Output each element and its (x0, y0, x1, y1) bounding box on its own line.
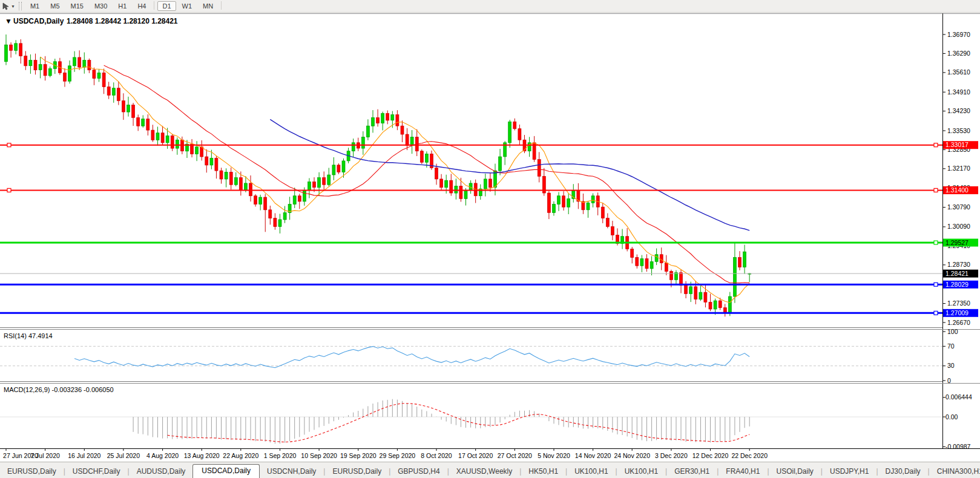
svg-text:1.29527: 1.29527 (945, 239, 968, 246)
line-drag-handle[interactable] (934, 283, 938, 286)
date-axis-tick: 27 Oct 2020 (498, 452, 532, 459)
chart-canvas[interactable]: 10070300 0.0064440.00-0.00987 1.369701.3… (0, 12, 980, 462)
timeframe-button-m30[interactable]: M30 (90, 1, 112, 11)
price-level-line-1.27009[interactable] (0, 311, 942, 315)
chart-tab-usdjpy-h1[interactable]: USDJPY,H1 (823, 465, 876, 478)
date-axis-tick: 22 Dec 2020 (731, 452, 768, 459)
macd-histogram (133, 399, 749, 444)
macd-axis-tick: -0.00987 (945, 443, 971, 450)
toolbar-separator (221, 1, 222, 10)
timeframe-button-m5[interactable]: M5 (45, 1, 64, 11)
chart-tab-china300-h1[interactable]: CHINA300,H1 (930, 465, 980, 478)
date-axis-tick: 16 Jul 2020 (68, 452, 100, 459)
timeframe-button-d1[interactable]: D1 (157, 1, 176, 11)
chart-tab-dj30-daily[interactable]: DJ30,Daily (878, 465, 928, 478)
chart-tab-gbpusd-h4[interactable]: GBPUSD,H4 (390, 465, 447, 478)
rsi-indicator-panel[interactable]: 10070300 (0, 328, 958, 384)
chart-tab-xauusd-weekly[interactable]: XAUUSD,Weekly (449, 465, 519, 478)
svg-text:1.28421: 1.28421 (945, 270, 968, 277)
line-drag-handle[interactable] (7, 143, 11, 147)
date-axis-tick: 25 Jul 2020 (107, 452, 140, 459)
toolbar-separator (154, 1, 154, 10)
svg-text:1.27009: 1.27009 (945, 309, 968, 316)
rsi-line (74, 347, 749, 368)
date-axis-tick: 5 Nov 2020 (538, 452, 570, 459)
cursor-icon (2, 2, 10, 10)
rsi-axis-tick: 0 (947, 377, 951, 384)
chart-tab-usdcnh-daily[interactable]: USDCNH,Daily (260, 465, 323, 478)
chart-tab-hk50-h1[interactable]: HK50,H1 (521, 465, 565, 478)
macd-label: MACD(12,26,9) -0.003236 -0.006050 (4, 386, 114, 393)
date-axis-tick: 10 Sep 2020 (301, 452, 337, 459)
date-axis-tick: 8 Oct 2020 (421, 452, 452, 459)
main-price-panel[interactable] (0, 34, 942, 316)
timeframe-button-m1[interactable]: M1 (25, 1, 44, 11)
price-axis-tick: 1.26670 (947, 319, 970, 326)
chart-tab-uk100-h1[interactable]: UK100,H1 (617, 465, 665, 478)
macd-axis-tick: 0.006444 (945, 393, 972, 401)
price-level-badge: 1.33017 (943, 141, 978, 149)
rsi-axis-tick: 70 (947, 342, 955, 350)
chart-tab-usdchf-daily[interactable]: USDCHF,Daily (65, 465, 128, 478)
chart-tab-ger30-h1[interactable]: GER30,H1 (667, 465, 717, 478)
date-axis-tick: 14 Nov 2020 (575, 452, 611, 459)
date-axis-tick: 3 Dec 2020 (655, 452, 688, 459)
date-axis-tick: 7 Jul 2020 (30, 452, 60, 459)
svg-text:1.28029: 1.28029 (945, 281, 968, 288)
price-level-line-1.28029[interactable] (0, 283, 942, 286)
price-axis-tick: 1.33530 (947, 127, 970, 134)
timeframe-button-mn[interactable]: MN (198, 1, 218, 11)
date-axis-tick: 29 Sep 2020 (380, 452, 416, 459)
cursor-tool-icon[interactable]: ▼ (0, 2, 18, 10)
timeframe-button-h1[interactable]: H1 (113, 1, 131, 11)
line-drag-handle[interactable] (934, 311, 938, 315)
price-level-line-1.29527[interactable] (0, 241, 942, 244)
chart-title-ohlc: 1.28408 1.28442 1.28120 1.28421 (67, 17, 178, 25)
macd-signal-line (168, 404, 750, 442)
price-axis-tick: 1.32170 (947, 165, 970, 172)
price-level-badge: 1.29527 (943, 239, 978, 247)
date-axis-tick: 24 Nov 2020 (614, 452, 650, 459)
line-drag-handle[interactable] (7, 188, 11, 192)
top-toolbar: ▼ M1M5M15M30H1H4D1W1MN (0, 0, 980, 13)
cursor-tool-caret-icon[interactable]: ▼ (11, 4, 15, 8)
line-drag-handle[interactable] (934, 241, 938, 244)
date-axis-tick: 13 Aug 2020 (184, 452, 220, 459)
macd-axis-tick: 0.00 (945, 413, 958, 421)
candlestick-series (5, 34, 751, 316)
price-axis-tick: 1.36290 (947, 50, 970, 57)
price-level-badge: 1.27009 (943, 309, 978, 317)
chart-tab-eurusd-daily[interactable]: EURUSD,Daily (325, 465, 389, 478)
line-drag-handle[interactable] (934, 188, 938, 192)
date-axis-tick: 19 Sep 2020 (340, 452, 377, 459)
rsi-label: RSI(14) 47.4914 (4, 332, 53, 339)
date-axis-tick: 4 Aug 2020 (146, 452, 179, 459)
chart-tab-audusd-daily[interactable]: AUDUSD,Daily (130, 465, 193, 478)
toolbar-grip-handle[interactable] (19, 2, 22, 10)
date-axis-tick: 1 Sep 2020 (264, 452, 297, 459)
chart-tab-usdcad-daily[interactable]: USDCAD,Daily (192, 464, 260, 478)
rsi-axis-tick: 100 (947, 328, 958, 335)
price-level-line-1.33017[interactable] (0, 143, 942, 147)
date-axis-tick: 17 Oct 2020 (458, 452, 493, 459)
chart-tab-usoil-daily[interactable]: USOil,Daily (769, 465, 821, 478)
timeframe-button-m15[interactable]: M15 (66, 1, 88, 11)
chart-tab-uk100-h1[interactable]: UK100,H1 (567, 465, 615, 478)
date-axis-tick: 12 Dec 2020 (692, 452, 729, 459)
price-axis-tick: 1.36970 (947, 31, 970, 38)
mt4-window: { "toolbar": { "timeframes": ["M1","M5",… (0, 0, 980, 478)
price-level-badge: 1.31400 (943, 186, 978, 194)
timeframe-button-group: M1M5M15M30H1H4D1W1MN (25, 1, 224, 11)
rsi-axis-tick: 30 (947, 362, 955, 369)
timeframe-button-h4[interactable]: H4 (133, 1, 151, 11)
chart-menu-caret-icon[interactable]: ▼ (5, 17, 12, 25)
price-axis-tick: 1.35610 (947, 68, 970, 76)
price-axis-tick: 1.34230 (947, 107, 970, 114)
line-drag-handle[interactable] (934, 143, 938, 147)
chart-tab-eurusd-daily[interactable]: EURUSD,Daily (0, 465, 64, 478)
price-axis-tick: 1.27350 (947, 300, 970, 307)
macd-indicator-panel[interactable]: 0.0064440.00-0.00987 (0, 393, 972, 450)
timeframe-button-w1[interactable]: W1 (177, 1, 197, 11)
chart-tab-fra40-h1[interactable]: FRA40,H1 (719, 465, 767, 478)
moving-average-mid (104, 65, 750, 283)
